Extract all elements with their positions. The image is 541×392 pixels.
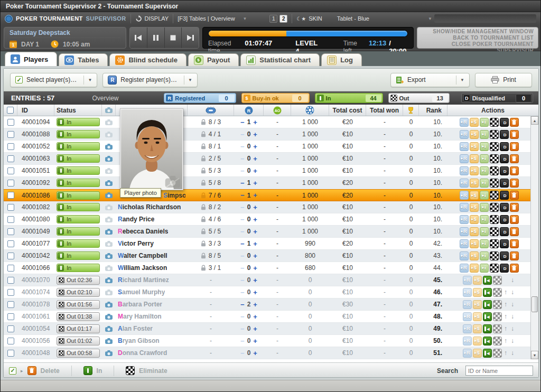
camera-icon[interactable]	[105, 253, 113, 259]
status-badge-out[interactable]: Out 02:36	[57, 276, 100, 285]
status-badge-out[interactable]: Out 02:10	[57, 288, 100, 297]
rebuy-minus-button[interactable]: −	[240, 167, 245, 175]
set-registered-button[interactable]: ▸R	[460, 251, 469, 260]
camera-icon[interactable]	[105, 192, 113, 198]
disqualify-button[interactable]: D	[500, 227, 509, 236]
set-registered-button[interactable]: ▸R	[463, 324, 472, 333]
rank-down-button[interactable]: ↓	[509, 313, 516, 320]
status-badge-out[interactable]: Out 01:38	[57, 312, 100, 321]
eliminate-button[interactable]	[493, 288, 502, 297]
player-row[interactable]: 40001052 In 8 / 1 −0+ - 1 000 €10 - 0 10…	[4, 141, 530, 153]
delete-player-button[interactable]	[510, 130, 519, 139]
player-photo-button[interactable]	[102, 201, 116, 213]
rank-up-button[interactable]: ↑	[502, 301, 509, 308]
set-buyin-button[interactable]: ▸$	[473, 300, 482, 309]
rank-down-button[interactable]: ↓	[509, 276, 516, 284]
header-rank[interactable]: Rank	[419, 105, 447, 116]
camera-icon[interactable]	[105, 338, 113, 344]
player-photo-button[interactable]	[102, 238, 116, 249]
close-supervisor-button[interactable]: CLOSE POKER TOURNAMENT SUPERVISOR	[422, 41, 534, 48]
set-registered-button[interactable]: ▸R	[460, 166, 469, 175]
rebuy-plus-button[interactable]: +	[253, 167, 257, 175]
player-photo-button[interactable]	[102, 165, 116, 176]
set-in-button[interactable]: ▸i	[480, 130, 489, 139]
player-row[interactable]: 40001063 In 2 / 5 −0+ - 1 000 €10 - 0 10…	[4, 153, 530, 165]
rebuy-plus-button[interactable]: +	[253, 301, 257, 309]
disqualify-button[interactable]: D	[500, 179, 509, 188]
player-row[interactable]: 40001088 In 4 / 1 −0+ - 1 000 €10 - 0 10…	[4, 128, 530, 141]
print-button[interactable]: Print	[475, 73, 532, 87]
header-status[interactable]: Status	[54, 105, 102, 116]
header-select-all[interactable]	[4, 105, 17, 116]
monitor-1-button[interactable]: 1	[269, 15, 277, 23]
filter-buyin-ok[interactable]: $ Buy-in ok 0	[241, 93, 310, 103]
row-checkbox[interactable]	[4, 298, 17, 310]
delete-player-button[interactable]	[510, 166, 519, 175]
rank-down-button[interactable]: ↓	[509, 325, 516, 332]
eliminate-button[interactable]	[490, 264, 499, 273]
rebuy-plus-button[interactable]: +	[253, 228, 257, 236]
rebuy-minus-button[interactable]: −	[240, 228, 245, 236]
eliminate-button[interactable]	[490, 166, 499, 175]
player-row[interactable]: 40001080 In Randy Price 4 / 6 −0+ - 1 00…	[4, 213, 530, 226]
player-photo-button[interactable]	[102, 213, 116, 225]
set-registered-button[interactable]: ▸R	[463, 288, 472, 297]
row-checkbox[interactable]	[4, 311, 17, 322]
camera-icon[interactable]	[105, 132, 113, 137]
player-row[interactable]: 40001054 Out 01:17 Alan Foster - −0+ - 0…	[4, 323, 530, 335]
header-bounty[interactable]	[403, 105, 419, 116]
set-in-button[interactable]: ▸i	[480, 251, 489, 260]
player-photo-button[interactable]	[102, 190, 116, 201]
camera-icon[interactable]	[105, 229, 113, 235]
set-in-button[interactable]: ▸i	[480, 179, 489, 188]
set-registered-button[interactable]: ▸R	[463, 337, 472, 346]
rebuy-plus-button[interactable]: +	[253, 288, 257, 296]
rebuy-minus-button[interactable]: −	[240, 337, 245, 345]
eliminate-button[interactable]	[493, 312, 502, 321]
row-checkbox[interactable]	[4, 128, 17, 140]
rebuy-minus-button[interactable]: −	[240, 288, 245, 296]
camera-icon[interactable]	[105, 326, 113, 332]
eliminate-button[interactable]	[493, 300, 502, 309]
set-buyin-button[interactable]: ▸$	[470, 142, 479, 151]
player-photo-button[interactable]	[102, 153, 116, 164]
next-level-button[interactable]	[182, 27, 199, 48]
rank-up-button[interactable]: ↑	[502, 337, 509, 344]
set-buyin-button[interactable]: ▸$	[470, 130, 479, 139]
rank-down-button[interactable]: ↓	[509, 337, 516, 344]
disqualify-button[interactable]: D	[500, 166, 509, 175]
chevron-right-icon[interactable]: ▸	[21, 368, 23, 374]
reenter-in-button[interactable]: ◂	[483, 349, 492, 358]
set-buyin-button[interactable]: ▸$	[470, 154, 479, 163]
player-photo-button[interactable]	[102, 116, 116, 128]
rebuy-plus-button[interactable]: +	[253, 191, 257, 199]
rebuy-plus-button[interactable]: +	[253, 216, 257, 223]
header-photo[interactable]	[102, 105, 116, 116]
rebuy-minus-button[interactable]: −	[240, 313, 245, 321]
header-total-won[interactable]: Total won	[366, 105, 403, 116]
rebuy-minus-button[interactable]: −	[240, 118, 245, 126]
tab-players[interactable]: Players	[5, 52, 57, 66]
rebuy-plus-button[interactable]: +	[253, 155, 257, 163]
view-selector[interactable]: [F3] Tables | Overview ▼	[178, 15, 267, 22]
rebuy-minus-button[interactable]: −	[240, 325, 245, 333]
camera-icon[interactable]	[105, 290, 113, 295]
camera-icon[interactable]	[105, 217, 113, 222]
rebuy-minus-button[interactable]: −	[240, 349, 245, 357]
camera-icon[interactable]	[105, 350, 113, 356]
player-row[interactable]: 40001051 In 5 / 3 −0+ - 1 000 €10 - 0 10…	[4, 165, 530, 177]
row-checkbox[interactable]	[4, 262, 17, 274]
rebuy-plus-button[interactable]: +	[253, 349, 257, 357]
eliminate-button[interactable]	[490, 191, 499, 200]
disqualify-button[interactable]: D	[500, 203, 509, 212]
rebuy-plus-button[interactable]: +	[253, 264, 257, 272]
camera-icon[interactable]	[105, 265, 113, 271]
set-buyin-button[interactable]: ▸$	[470, 251, 479, 260]
set-in-button[interactable]: ▸i	[480, 166, 489, 175]
disqualify-button[interactable]: D	[500, 118, 509, 127]
set-registered-button[interactable]: ▸R	[460, 130, 469, 139]
eliminate-button[interactable]	[490, 179, 499, 188]
delete-player-button[interactable]	[510, 251, 519, 260]
reenter-in-button[interactable]: ◂	[483, 312, 492, 321]
set-registered-button[interactable]: ▸R	[460, 215, 469, 224]
